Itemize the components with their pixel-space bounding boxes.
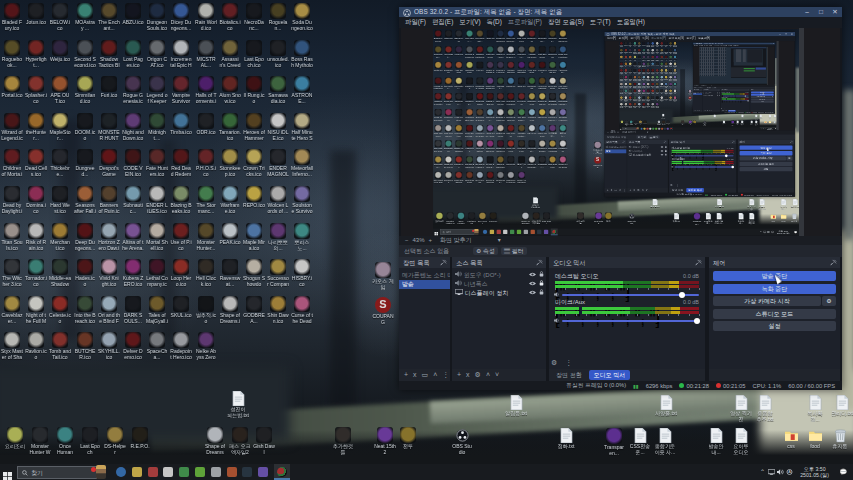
svg-text:A: A <box>765 128 766 129</box>
svg-text:A: A <box>788 470 791 474</box>
